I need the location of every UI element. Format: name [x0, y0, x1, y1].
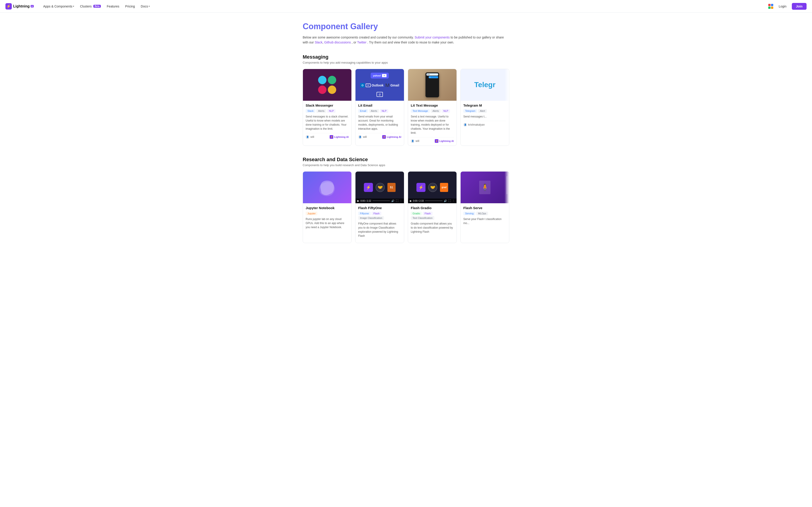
nav-right: Login Join: [768, 3, 807, 10]
card-body-slack: Slack Messenger Slack Alerts NLP Send me…: [303, 101, 351, 142]
partial-overlay-telegram: [505, 69, 509, 146]
card-image-flashserve: 🧍: [461, 172, 509, 203]
more-icon-gradio[interactable]: ⋮: [452, 200, 455, 202]
video-controls-fiftyone: ▶ 0:00 / 2:22 🔊 ⛶ ⋮: [355, 199, 404, 203]
author-avatar-sms: 👤: [411, 139, 414, 143]
play-icon-gradio[interactable]: ▶: [410, 200, 412, 202]
card-desc-slack: Send messages to a slack channel. Useful…: [306, 115, 349, 131]
handshake-icon: 🤝: [376, 183, 385, 192]
tag-alert-telegram: Alert: [478, 109, 487, 113]
nav-item-clusters[interactable]: Clusters Beta: [78, 3, 103, 9]
submit-components-link[interactable]: Submit your components: [415, 36, 450, 39]
sms-bubble-2: Hi!: [429, 76, 438, 78]
tag-gradio: Gradio: [411, 212, 422, 215]
person-icon: 🧍: [481, 183, 489, 191]
card-desc-telegram: Send messages t...: [463, 115, 506, 119]
card-desc-flashserve: Serve your Flash t classification mo...: [463, 217, 506, 225]
github-link[interactable]: Github discussions: [324, 41, 351, 44]
twitter-link[interactable]: Twitter: [357, 41, 366, 44]
card-title-sms: Lit Text Message: [411, 103, 454, 107]
page-subtitle: Below are some awesome components create…: [303, 35, 509, 45]
messaging-cards-grid: Slack Messenger Slack Alerts NLP Send me…: [303, 69, 509, 146]
login-button[interactable]: Login: [776, 3, 789, 9]
card-body-telegram: Telegram M Telegram Alert Send messages …: [461, 101, 509, 129]
navbar: ⚡ LightningAI Apps & Components ▾ Cluste…: [0, 0, 812, 13]
fiftyone-icon: 51: [388, 183, 396, 192]
chevron-down-icon-docs: ▾: [149, 5, 150, 7]
chevron-down-icon: ▾: [73, 5, 74, 7]
join-button[interactable]: Join: [792, 3, 807, 10]
phone-device: Hello Hi!: [425, 72, 439, 97]
card-title-slack: Slack Messenger: [306, 103, 349, 107]
volume-icon-gradio[interactable]: 🔊: [444, 200, 447, 202]
envelope-outlook: ✉: [366, 83, 371, 87]
card-body-flashserve: Flash Serve Serving MLOps Serve your Fla…: [461, 203, 509, 230]
phone-screen: Hello Hi!: [425, 72, 439, 97]
gmail-text: Gmail: [390, 83, 399, 87]
card-jupyter[interactable]: Jupyter Notebook Jupyter Runs jupyter la…: [303, 171, 352, 243]
tag-flash-gradio: Flash: [423, 212, 433, 215]
card-telegram[interactable]: Telegr Telegram M Telegram Alert Send me…: [460, 69, 509, 146]
card-slack[interactable]: Slack Messenger Slack Alerts NLP Send me…: [303, 69, 352, 146]
card-body-sms: Lit Text Message Text Message Alerts NLP…: [408, 101, 457, 146]
jupyter-blob: [318, 178, 336, 196]
card-desc-sms: Send a text message. Useful to know when…: [411, 115, 454, 135]
card-title-flashserve: Flash Serve: [463, 206, 506, 210]
tag-fiftyone: Fiftyone: [358, 212, 371, 215]
messaging-section-subtitle: Components to help you add messaging cap…: [303, 61, 509, 64]
fullscreen-icon-gradio[interactable]: ⛶: [448, 200, 451, 202]
nav-item-features[interactable]: Features: [104, 3, 121, 9]
card-tags-slack: Slack Alerts NLP: [306, 109, 349, 113]
nav-item-apps[interactable]: Apps & Components ▾: [41, 3, 77, 9]
email-envelope-yahoo: ✉: [382, 74, 387, 77]
author-avatar-slack: 👤: [306, 135, 309, 139]
tag-nlp-sms: NLP: [442, 109, 450, 113]
volume-icon-fiftyone[interactable]: 🔊: [391, 200, 395, 202]
flashserve-figure: 🧍: [479, 181, 491, 194]
tag-telegram: Telegram: [463, 109, 477, 113]
tag-alerts-email: Alerts: [369, 109, 379, 113]
grid-icon[interactable]: [768, 4, 773, 9]
tag-nlp-email: NLP: [380, 109, 388, 113]
logo-link[interactable]: ⚡ LightningAI: [5, 3, 34, 9]
outlook-text: Outlook: [371, 83, 384, 87]
partial-overlay-flashserve: [505, 172, 509, 243]
card-tags-email: Email Alerts NLP: [358, 109, 401, 113]
outlook-icon: O: [360, 83, 365, 88]
gmail-logo: M Gmail: [386, 82, 399, 88]
tag-serving: Serving: [463, 212, 475, 215]
logo-icon: ⚡: [5, 3, 12, 9]
nav-item-pricing[interactable]: Pricing: [123, 3, 137, 9]
slack-link[interactable]: Slack: [315, 41, 322, 44]
card-email[interactable]: yahoo! ✉ O ✉ Outlook M Gmail @: [355, 69, 404, 146]
card-gradio[interactable]: ⚡ 🤝 grad ▶ 0:00 / 2:33 🔊: [408, 171, 457, 243]
outlook-logo: O ✉ Outlook: [360, 83, 384, 88]
card-desc-gradio: Gradio component that allows you to do t…: [411, 222, 454, 234]
more-icon-fiftyone[interactable]: ⋮: [400, 200, 402, 202]
card-flashserve[interactable]: 🧍 Flash Serve Serving MLOps Serve your F…: [460, 171, 509, 243]
handshake-icon-gradio: 🤝: [428, 183, 437, 192]
tag-textcls-gradio: Text Classification: [411, 216, 434, 220]
card-fiftyone[interactable]: ⚡ 🤝 51 ▶ 0:00 / 2:22 🔊: [355, 171, 404, 243]
tag-jupyter: Jupyter: [306, 212, 317, 215]
card-sms[interactable]: Hello Hi! Lit Text Message Text Message …: [408, 69, 457, 146]
messaging-section: Messaging Components to help you add mes…: [303, 54, 509, 146]
card-tags-telegram: Telegram Alert: [463, 109, 506, 113]
jupyter-blob-svg: [318, 178, 336, 196]
play-icon-fiftyone[interactable]: ▶: [357, 200, 359, 202]
card-desc-jupyter: Runs jupyter lab on any cloud GPUs. Add …: [306, 217, 349, 229]
sms-bubble-1: Hello: [426, 73, 438, 75]
card-title-gradio: Flash Gradio: [411, 206, 454, 210]
nav-item-docs[interactable]: Docs ▾: [139, 3, 152, 9]
org-icon-sms: ⚡: [435, 139, 439, 143]
card-author-email: 👤 will: [358, 135, 367, 139]
card-org-sms: ⚡ Lightning AI: [435, 139, 454, 143]
progress-bar-fiftyone: [372, 201, 390, 201]
tag-slack: Slack: [306, 109, 315, 113]
card-image-fiftyone: ⚡ 🤝 51 ▶ 0:00 / 2:22 🔊: [355, 172, 404, 203]
card-image-telegram: Telegr: [461, 69, 509, 101]
flash-icon-fiftyone: ⚡: [364, 183, 373, 192]
card-author-sms: 👤 will: [411, 139, 419, 143]
fullscreen-icon-fiftyone[interactable]: ⛶: [396, 200, 398, 202]
org-icon-slack: ⚡: [329, 135, 333, 139]
